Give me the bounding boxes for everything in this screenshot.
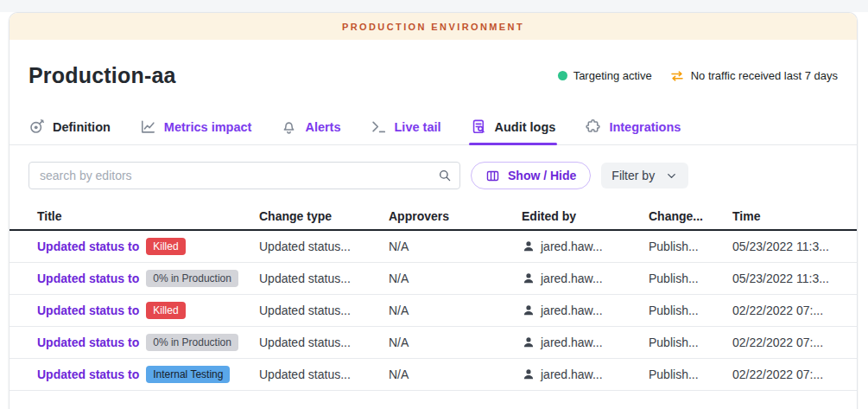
approvers-cell: N/A [389,336,522,349]
column-header-approvers: Approvers [389,209,522,223]
change-type-cell: Updated status... [259,304,389,317]
person-icon [522,367,535,381]
time-cell: 02/22/2022 07:... [732,367,838,381]
editor-name: jared.haw... [541,367,603,381]
page-header: Production-aa Targeting active No traffi… [10,63,857,88]
tab-label: Definition [53,120,111,134]
tab-bar: DefinitionMetrics impactAlertsLive tailA… [10,109,857,145]
approvers-cell: N/A [389,367,522,381]
tab-definition[interactable]: Definition [29,109,111,144]
search-box [29,162,460,189]
traffic-arrows-icon [669,68,685,84]
change-cell: Publish... [649,240,732,253]
title-cell: Updated status toInternal Testing [29,366,259,383]
status-indicators: Targeting active No traffic received las… [558,68,838,84]
puzzle-icon [585,118,601,135]
filter-by-label: Filter by [611,169,655,182]
title-link[interactable]: Updated status to [37,240,139,253]
approvers-cell: N/A [389,240,522,253]
table-header-row: TitleChange typeApproversEdited byChange… [10,202,857,231]
column-header-change-type: Change type [259,209,389,223]
edited-by-cell: jared.haw... [522,272,649,285]
person-icon [522,336,535,349]
change-cell: Publish... [649,336,732,349]
person-icon [522,304,535,317]
show-hide-label: Show / Hide [508,169,576,182]
title-link[interactable]: Updated status to [37,272,139,285]
edited-by-cell: jared.haw... [522,240,649,253]
tab-label: Alerts [305,120,340,134]
time-cell: 02/22/2022 07:... [732,304,838,317]
change-type-cell: Updated status... [259,272,389,285]
title-cell: Updated status to0% in Production [29,270,259,287]
tab-integrations[interactable]: Integrations [585,109,681,144]
editor-name: jared.haw... [541,272,603,285]
tab-live-tail[interactable]: Live tail [371,109,441,144]
title-link[interactable]: Updated status to [37,304,139,317]
change-type-cell: Updated status... [259,336,389,349]
page: PRODUCTION ENVIRONMENT Production-aa Tar… [0,0,868,409]
search-input[interactable] [29,162,460,189]
edited-by-cell: jared.haw... [522,367,649,381]
edited-by-cell: jared.haw... [522,336,649,349]
table-body: Updated status toKilledUpdated status...… [10,231,857,391]
approvers-cell: N/A [389,304,522,317]
filter-by-button[interactable]: Filter by [601,163,688,189]
title-cell: Updated status toKilled [29,238,259,255]
environment-banner: PRODUCTION ENVIRONMENT [10,13,857,40]
table-row: Updated status to0% in ProductionUpdated… [10,263,857,295]
toolbar: Show / Hide Filter by [10,162,857,189]
search-icon [437,168,453,183]
target-icon [29,118,45,135]
change-type-cell: Updated status... [259,240,389,253]
table-row: Updated status toKilledUpdated status...… [10,295,857,327]
chevron-down-icon [665,169,678,182]
title-link[interactable]: Updated status to [37,367,139,381]
status-badge: Internal Testing [146,366,230,383]
column-header-time: Time [732,209,838,223]
traffic-status-label: No traffic received last 7 days [691,69,838,82]
tab-audit-logs[interactable]: Audit logs [471,109,556,144]
table-row: Updated status to0% in ProductionUpdated… [10,327,857,359]
change-type-cell: Updated status... [259,367,389,381]
time-cell: 02/22/2022 07:... [732,336,838,349]
targeting-status: Targeting active [558,69,652,82]
status-badge: Killed [146,238,185,255]
audit-log-table: TitleChange typeApproversEdited byChange… [10,202,857,391]
change-cell: Publish... [649,272,732,285]
tab-metrics-impact[interactable]: Metrics impact [140,109,252,144]
tab-label: Live tail [395,120,441,134]
tab-label: Integrations [609,120,681,134]
approvers-cell: N/A [389,272,522,285]
person-icon [522,240,535,253]
table-row: Updated status toKilledUpdated status...… [10,231,857,263]
person-icon [522,272,535,285]
column-header-change: Change... [649,209,732,223]
traffic-status: No traffic received last 7 days [669,68,838,84]
columns-icon [485,169,500,183]
time-cell: 05/23/2022 11:3... [732,240,838,253]
editor-name: jared.haw... [541,240,603,253]
title-link[interactable]: Updated status to [37,336,139,349]
editor-name: jared.haw... [541,336,603,349]
column-header-edited-by: Edited by [522,209,649,223]
title-cell: Updated status to0% in Production [29,334,259,351]
green-dot-icon [558,71,567,80]
environment-banner-label: PRODUCTION ENVIRONMENT [342,22,524,32]
status-badge: 0% in Production [146,270,238,287]
page-title: Production-aa [29,63,176,88]
audit-log-icon [471,118,487,135]
status-badge: Killed [146,302,185,319]
tab-label: Audit logs [495,120,556,134]
show-hide-button[interactable]: Show / Hide [471,162,591,189]
terminal-icon [371,118,387,135]
chart-icon [140,118,156,135]
environment-card: PRODUCTION ENVIRONMENT Production-aa Tar… [9,12,858,409]
status-badge: 0% in Production [146,334,238,351]
targeting-status-label: Targeting active [573,69,652,82]
title-cell: Updated status toKilled [29,302,259,319]
edited-by-cell: jared.haw... [522,304,649,317]
bell-icon [281,118,297,135]
table-row: Updated status toInternal TestingUpdated… [10,359,857,391]
tab-alerts[interactable]: Alerts [281,109,340,144]
